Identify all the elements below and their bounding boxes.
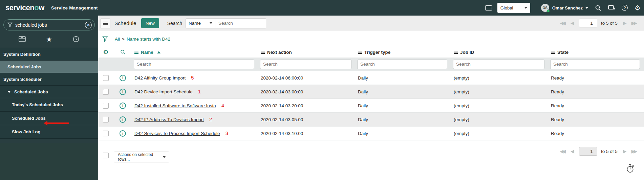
record-link[interactable]: D42 Device Import Schedule <box>134 89 193 94</box>
cell-next-action: 2020-02-14 03:20:00 <box>258 103 356 108</box>
breadcrumb-separator: > <box>122 37 125 42</box>
last-page-icon[interactable] <box>631 149 637 154</box>
settings-gear-icon[interactable] <box>635 4 641 11</box>
nav-item-todays-scheduled-jobs[interactable]: Today's Scheduled Jobs <box>0 98 98 112</box>
actions-select-value: Actions on selected rows... <box>118 152 163 162</box>
info-icon[interactable] <box>120 75 126 81</box>
table-row: D42 IP Address To Devices Import2 2020-0… <box>98 113 644 127</box>
cell-job-id: (empty) <box>451 89 549 94</box>
breadcrumb-all-link[interactable]: All <box>115 37 120 42</box>
record-link[interactable]: D42 Affinity Group Import <box>134 75 186 81</box>
nav-parent-scheduled-jobs[interactable]: Scheduled Jobs <box>0 86 98 98</box>
filter-funnel-icon[interactable] <box>102 36 108 42</box>
nav-label: Slow Job Log <box>12 129 41 134</box>
refresh-timer-icon[interactable] <box>626 164 635 174</box>
row-checkbox[interactable] <box>103 117 109 122</box>
product-title: Service Management <box>51 5 98 10</box>
list-search-input[interactable] <box>215 18 266 28</box>
previous-page-icon[interactable] <box>571 21 574 25</box>
next-page-icon[interactable] <box>623 149 627 154</box>
first-page-icon[interactable] <box>560 21 566 25</box>
list-search-icon[interactable] <box>113 49 132 55</box>
nav-label: Scheduled Jobs <box>14 89 48 94</box>
new-record-button[interactable]: New <box>141 18 159 28</box>
column-header-trigger-type[interactable]: Trigger type <box>356 50 451 55</box>
help-icon[interactable] <box>622 5 628 11</box>
global-search-icon[interactable] <box>595 5 601 11</box>
list-toolbar: Schedule New Search Name to 5 of 5 <box>98 16 644 31</box>
column-header-state[interactable]: State <box>549 50 644 55</box>
row-checkbox[interactable] <box>103 103 109 109</box>
filter-input-name[interactable] <box>134 60 254 69</box>
application-picker-icon[interactable] <box>485 5 492 10</box>
nav-item-slow-job-log[interactable]: Slow Job Log <box>0 125 98 139</box>
avatar[interactable]: OS <box>541 4 549 12</box>
page-number-input[interactable] <box>579 19 597 27</box>
expanded-caret-icon[interactable] <box>7 91 11 93</box>
info-icon[interactable] <box>120 130 126 137</box>
column-label: Trigger type <box>364 50 390 55</box>
row-checkbox[interactable] <box>103 89 109 95</box>
list-header-row: Name Next action Trigger type Job ID Sta… <box>98 47 644 58</box>
column-header-name[interactable]: Name <box>132 50 258 55</box>
row-checkbox[interactable] <box>103 131 109 136</box>
clear-filter-icon[interactable] <box>85 22 92 28</box>
nav-label: Scheduled Jobs <box>12 116 46 121</box>
list-personalize-gear-icon[interactable] <box>98 49 113 55</box>
filter-input-trigger-type[interactable] <box>357 60 447 69</box>
sidebar-empty-area <box>0 143 98 180</box>
funnel-icon <box>7 22 13 27</box>
history-clock-icon[interactable] <box>63 36 89 42</box>
column-menu-icon <box>454 51 458 54</box>
nav-item-scheduled-jobs-definition[interactable]: Scheduled Jobs <box>0 61 98 73</box>
record-link[interactable]: D42 Installed Software to Software Insta <box>134 103 216 108</box>
filter-input-job-id[interactable] <box>453 60 544 69</box>
select-all-checkbox[interactable] <box>103 153 109 158</box>
navigator-filter-box[interactable] <box>3 19 95 30</box>
favorites-star-icon[interactable] <box>36 36 62 43</box>
column-menu-icon <box>261 51 265 54</box>
table-row: D42 Affinity Group Import5 2020-02-14 06… <box>98 71 644 85</box>
list-pane: Schedule New Search Name to 5 of 5 All>N… <box>98 16 644 180</box>
info-icon[interactable] <box>120 103 126 109</box>
filter-input-state[interactable] <box>550 60 640 69</box>
cell-next-action: 2020-02-14 03:05:00 <box>258 117 356 122</box>
info-icon[interactable] <box>120 116 126 123</box>
top-banner: servicenow Service Management Global OS … <box>0 0 644 16</box>
all-applications-icon[interactable] <box>9 36 36 42</box>
first-page-icon[interactable] <box>560 149 566 154</box>
user-menu[interactable]: Omar Sanchez <box>552 5 583 10</box>
column-header-job-id[interactable]: Job ID <box>451 50 549 55</box>
red-annotation-number: 5 <box>191 75 194 81</box>
nav-label: System Scheduler <box>3 77 42 82</box>
logo-text: servicen <box>5 3 34 12</box>
last-page-icon[interactable] <box>631 21 637 25</box>
cell-state: Ready <box>549 117 644 122</box>
chevron-down-icon <box>524 7 527 9</box>
next-page-icon[interactable] <box>623 21 627 25</box>
connect-chat-icon[interactable] <box>608 5 615 11</box>
nav-label: Scheduled Jobs <box>7 64 41 69</box>
nav-section-system-scheduler[interactable]: System Scheduler <box>0 73 98 86</box>
record-link[interactable]: D42 Services To Process Import Schedule <box>134 131 220 136</box>
info-icon[interactable] <box>120 89 126 95</box>
update-set-scope-select[interactable]: Global <box>497 3 530 13</box>
nav-section-system-definition[interactable]: System Definition <box>0 48 98 61</box>
cell-next-action: 2020-02-14 03:00:00 <box>258 89 356 94</box>
table-row: D42 Device Import Schedule1 2020-02-14 0… <box>98 85 644 99</box>
record-link[interactable]: D42 IP Address To Devices Import <box>134 117 204 122</box>
page-number-input[interactable] <box>579 147 597 156</box>
search-field-select[interactable]: Name <box>186 18 215 28</box>
breadcrumb-condition-link[interactable]: Name starts with D42 <box>127 37 170 42</box>
previous-page-icon[interactable] <box>571 149 574 154</box>
navigator-filter-input[interactable] <box>15 22 85 28</box>
actions-on-selected-rows-select[interactable]: Actions on selected rows... <box>114 152 169 162</box>
list-context-menu-button[interactable] <box>100 18 110 28</box>
logo-text-end: w <box>39 3 44 12</box>
filter-input-next-action[interactable] <box>260 60 351 69</box>
row-checkbox[interactable] <box>103 75 109 81</box>
navigator-results: System Definition Scheduled Jobs System … <box>0 48 98 139</box>
cell-state: Ready <box>549 89 644 94</box>
row-range-label: to 5 of 5 <box>601 21 618 26</box>
column-header-next-action[interactable]: Next action <box>258 50 356 55</box>
